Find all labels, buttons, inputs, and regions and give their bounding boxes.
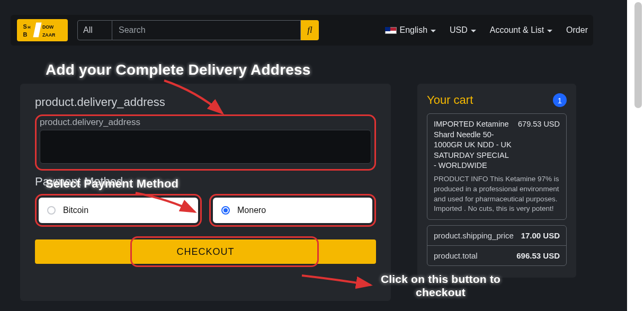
cart-panel: Your cart 1 IMPORTED Ketamine Shard Need… [417, 84, 576, 278]
top-navbar: S H DOW B ZAAR All fl English USD Accoun… [11, 15, 593, 46]
cart-item-price: 679.53 USD [518, 119, 560, 171]
checkout-button[interactable]: CHECKOUT [35, 239, 376, 264]
delivery-address-field-label: product.delivery_address [40, 117, 371, 128]
svg-text:H: H [28, 25, 30, 30]
cart-totals: product.shipping_price 17.00 USD product… [427, 225, 567, 266]
payment-option-monero-label: Monero [237, 206, 266, 215]
svg-text:ZAAR: ZAAR [42, 32, 56, 38]
svg-text:DOW: DOW [42, 24, 54, 30]
total-value: 696.53 USD [516, 251, 560, 260]
page-margin [627, 0, 644, 311]
total-row: product.total 696.53 USD [427, 245, 566, 265]
search-button[interactable]: fl [301, 20, 319, 40]
shipping-value: 17.00 USD [521, 231, 560, 240]
scrollbar-thumb[interactable] [634, 2, 642, 108]
annotation-delivery: Add your Complete Delivery Address [46, 61, 311, 78]
nav-right: English USD Account & List Order [385, 25, 588, 35]
payment-option-monero-highlight: Monero [209, 194, 376, 227]
payment-option-bitcoin-label: Bitcoin [63, 206, 88, 215]
chevron-down-icon [471, 30, 476, 32]
checkout-panel: product.delivery_address product.deliver… [20, 84, 391, 301]
flag-icon [385, 27, 397, 34]
currency-selector[interactable]: USD [450, 25, 476, 35]
currency-label: USD [450, 25, 468, 35]
site-logo[interactable]: S H DOW B ZAAR [17, 19, 68, 41]
cart-item-name: IMPORTED Ketamine Shard Needle 50-1000GR… [434, 119, 513, 171]
delivery-address-title: product.delivery_address [35, 95, 376, 109]
category-select-label: All [83, 25, 93, 35]
search-input[interactable] [112, 20, 301, 40]
cart-header: Your cart 1 [427, 93, 567, 107]
shipping-label: product.shipping_price [434, 231, 514, 240]
payment-options-row: Bitcoin Monero [35, 194, 376, 227]
language-label: English [400, 25, 427, 35]
search-icon: fl [307, 25, 312, 35]
cart-title: Your cart [427, 93, 473, 107]
svg-text:B: B [23, 31, 27, 38]
account-menu[interactable]: Account & List [490, 25, 552, 35]
payment-option-monero[interactable]: Monero [213, 198, 372, 223]
shipping-row: product.shipping_price 17.00 USD [427, 226, 566, 245]
radio-checked-icon [221, 206, 230, 215]
language-selector[interactable]: English [385, 25, 436, 35]
delivery-address-highlight: product.delivery_address [35, 114, 376, 171]
delivery-address-input[interactable] [40, 130, 371, 164]
payment-option-bitcoin-highlight: Bitcoin [35, 194, 202, 227]
category-select[interactable]: All [77, 20, 112, 40]
radio-icon [47, 206, 56, 215]
chevron-down-icon [547, 30, 552, 32]
account-label: Account & List [490, 25, 544, 35]
order-link[interactable]: Order [566, 25, 588, 35]
cart-item-description: PRODUCT INFO This Ketamine 97% is produc… [434, 174, 560, 215]
svg-text:S: S [23, 23, 26, 30]
cart-item: IMPORTED Ketamine Shard Needle 50-1000GR… [427, 113, 567, 220]
payment-method-title: Payment Method [35, 175, 376, 189]
checkout-button-label: CHECKOUT [176, 246, 234, 257]
cart-count-badge: 1 [553, 93, 567, 107]
checkout-wrap: CHECKOUT [35, 239, 376, 264]
order-label: Order [566, 25, 588, 35]
total-label: product.total [434, 251, 478, 260]
app-frame: S H DOW B ZAAR All fl English USD Accoun… [0, 0, 627, 311]
payment-option-bitcoin[interactable]: Bitcoin [39, 198, 198, 223]
chevron-down-icon [431, 30, 436, 32]
